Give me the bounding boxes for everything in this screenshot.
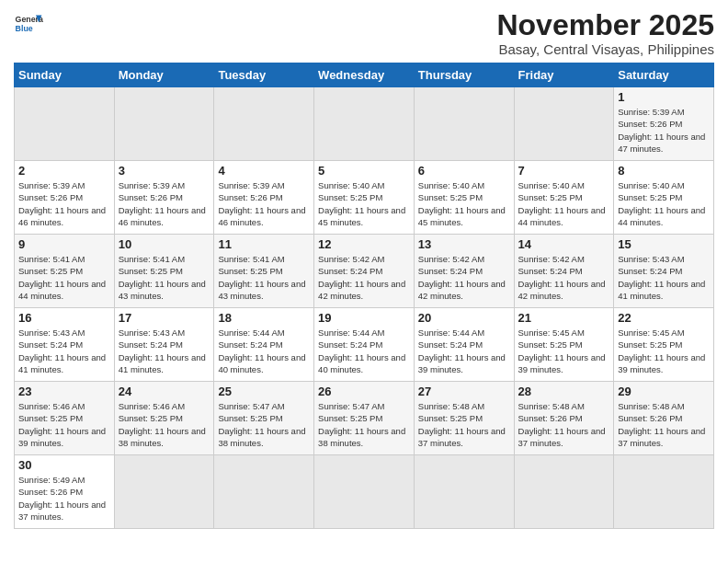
logo: General Blue <box>14 9 43 39</box>
cell-sun-info: Sunrise: 5:45 AMSunset: 5:25 PMDaylight:… <box>518 327 610 375</box>
day-number: 1 <box>618 90 710 104</box>
weekday-header-friday: Friday <box>514 63 614 87</box>
day-number: 18 <box>218 311 310 325</box>
calendar-cell: 13Sunrise: 5:42 AMSunset: 5:24 PMDayligh… <box>414 235 514 308</box>
calendar-cell <box>114 87 214 161</box>
calendar-cell <box>414 87 514 161</box>
calendar-cell: 8Sunrise: 5:40 AMSunset: 5:25 PMDaylight… <box>614 161 714 235</box>
day-number: 3 <box>119 164 210 178</box>
day-number: 12 <box>318 237 410 251</box>
day-number: 8 <box>618 164 710 178</box>
calendar-cell <box>414 455 514 529</box>
cell-sun-info: Sunrise: 5:42 AMSunset: 5:24 PMDaylight:… <box>418 253 510 302</box>
day-number: 15 <box>618 237 710 251</box>
cell-sun-info: Sunrise: 5:42 AMSunset: 5:24 PMDaylight:… <box>318 253 410 302</box>
calendar-week-row: 1Sunrise: 5:39 AMSunset: 5:26 PMDaylight… <box>15 87 714 161</box>
calendar-week-row: 2Sunrise: 5:39 AMSunset: 5:26 PMDaylight… <box>15 161 714 235</box>
cell-sun-info: Sunrise: 5:47 AMSunset: 5:25 PMDaylight:… <box>218 400 310 449</box>
weekday-header-wednesday: Wednesday <box>314 63 415 87</box>
calendar-cell <box>514 455 614 529</box>
weekday-header-monday: Monday <box>114 63 214 87</box>
cell-sun-info: Sunrise: 5:48 AMSunset: 5:26 PMDaylight:… <box>518 400 610 449</box>
weekday-header-row: SundayMondayTuesdayWednesdayThursdayFrid… <box>15 63 714 87</box>
day-number: 13 <box>418 237 510 251</box>
day-number: 24 <box>119 385 210 398</box>
cell-sun-info: Sunrise: 5:47 AMSunset: 5:25 PMDaylight:… <box>318 400 410 449</box>
cell-sun-info: Sunrise: 5:46 AMSunset: 5:25 PMDaylight:… <box>119 400 210 449</box>
day-number: 26 <box>318 385 410 398</box>
calendar-table: SundayMondayTuesdayWednesdayThursdayFrid… <box>14 63 714 529</box>
calendar-cell: 19Sunrise: 5:44 AMSunset: 5:24 PMDayligh… <box>314 308 415 382</box>
calendar-cell: 23Sunrise: 5:46 AMSunset: 5:25 PMDayligh… <box>15 382 115 455</box>
day-number: 27 <box>418 385 510 398</box>
page-header: General Blue November 2025 Basay, Centra… <box>14 9 714 57</box>
day-number: 2 <box>18 164 110 178</box>
svg-text:Blue: Blue <box>16 24 33 33</box>
day-number: 14 <box>518 237 610 251</box>
cell-sun-info: Sunrise: 5:44 AMSunset: 5:24 PMDaylight:… <box>418 327 510 375</box>
day-number: 25 <box>218 385 310 398</box>
calendar-cell: 18Sunrise: 5:44 AMSunset: 5:24 PMDayligh… <box>214 308 314 382</box>
calendar-cell: 4Sunrise: 5:39 AMSunset: 5:26 PMDaylight… <box>214 161 314 235</box>
cell-sun-info: Sunrise: 5:39 AMSunset: 5:26 PMDaylight:… <box>119 179 210 228</box>
calendar-cell <box>214 455 314 529</box>
day-number: 17 <box>119 311 210 325</box>
day-number: 5 <box>318 164 410 178</box>
calendar-cell <box>15 87 115 161</box>
calendar-cell: 26Sunrise: 5:47 AMSunset: 5:25 PMDayligh… <box>314 382 415 455</box>
cell-sun-info: Sunrise: 5:39 AMSunset: 5:26 PMDaylight:… <box>18 179 110 228</box>
day-number: 10 <box>119 237 210 251</box>
day-number: 20 <box>418 311 510 325</box>
calendar-cell <box>214 87 314 161</box>
cell-sun-info: Sunrise: 5:43 AMSunset: 5:24 PMDaylight:… <box>119 327 210 375</box>
calendar-cell: 28Sunrise: 5:48 AMSunset: 5:26 PMDayligh… <box>514 382 614 455</box>
calendar-cell <box>514 87 614 161</box>
calendar-week-row: 9Sunrise: 5:41 AMSunset: 5:25 PMDaylight… <box>15 235 714 308</box>
calendar-cell <box>114 455 214 529</box>
calendar-cell: 3Sunrise: 5:39 AMSunset: 5:26 PMDaylight… <box>114 161 214 235</box>
cell-sun-info: Sunrise: 5:40 AMSunset: 5:25 PMDaylight:… <box>318 179 410 228</box>
day-number: 28 <box>518 385 610 398</box>
day-number: 30 <box>18 458 110 472</box>
day-number: 9 <box>18 237 110 251</box>
weekday-header-tuesday: Tuesday <box>214 63 314 87</box>
cell-sun-info: Sunrise: 5:46 AMSunset: 5:25 PMDaylight:… <box>18 400 110 449</box>
calendar-cell: 27Sunrise: 5:48 AMSunset: 5:25 PMDayligh… <box>414 382 514 455</box>
calendar-cell: 20Sunrise: 5:44 AMSunset: 5:24 PMDayligh… <box>414 308 514 382</box>
weekday-header-thursday: Thursday <box>414 63 514 87</box>
logo-icon: General Blue <box>14 9 43 39</box>
day-number: 23 <box>18 385 110 398</box>
cell-sun-info: Sunrise: 5:40 AMSunset: 5:25 PMDaylight:… <box>418 179 510 228</box>
cell-sun-info: Sunrise: 5:40 AMSunset: 5:25 PMDaylight:… <box>518 179 610 228</box>
calendar-cell: 30Sunrise: 5:49 AMSunset: 5:26 PMDayligh… <box>15 455 115 529</box>
cell-sun-info: Sunrise: 5:44 AMSunset: 5:24 PMDaylight:… <box>318 327 410 375</box>
calendar-cell: 2Sunrise: 5:39 AMSunset: 5:26 PMDaylight… <box>15 161 115 235</box>
calendar-cell: 6Sunrise: 5:40 AMSunset: 5:25 PMDaylight… <box>414 161 514 235</box>
day-number: 4 <box>218 164 310 178</box>
cell-sun-info: Sunrise: 5:41 AMSunset: 5:25 PMDaylight:… <box>18 253 110 302</box>
calendar-cell: 10Sunrise: 5:41 AMSunset: 5:25 PMDayligh… <box>114 235 214 308</box>
day-number: 21 <box>518 311 610 325</box>
day-number: 22 <box>618 311 710 325</box>
weekday-header-saturday: Saturday <box>614 63 714 87</box>
cell-sun-info: Sunrise: 5:39 AMSunset: 5:26 PMDaylight:… <box>618 106 710 155</box>
day-number: 7 <box>518 164 610 178</box>
cell-sun-info: Sunrise: 5:43 AMSunset: 5:24 PMDaylight:… <box>618 253 710 302</box>
location-title: Basay, Central Visayas, Philippines <box>496 41 714 57</box>
day-number: 29 <box>618 385 710 398</box>
calendar-cell <box>314 87 415 161</box>
day-number: 19 <box>318 311 410 325</box>
calendar-cell: 9Sunrise: 5:41 AMSunset: 5:25 PMDaylight… <box>15 235 115 308</box>
calendar-cell <box>614 455 714 529</box>
calendar-cell: 29Sunrise: 5:48 AMSunset: 5:26 PMDayligh… <box>614 382 714 455</box>
calendar-cell: 5Sunrise: 5:40 AMSunset: 5:25 PMDaylight… <box>314 161 415 235</box>
cell-sun-info: Sunrise: 5:48 AMSunset: 5:26 PMDaylight:… <box>618 400 710 449</box>
calendar-cell: 15Sunrise: 5:43 AMSunset: 5:24 PMDayligh… <box>614 235 714 308</box>
cell-sun-info: Sunrise: 5:39 AMSunset: 5:26 PMDaylight:… <box>218 179 310 228</box>
cell-sun-info: Sunrise: 5:43 AMSunset: 5:24 PMDaylight:… <box>18 327 110 375</box>
calendar-cell: 25Sunrise: 5:47 AMSunset: 5:25 PMDayligh… <box>214 382 314 455</box>
calendar-cell: 12Sunrise: 5:42 AMSunset: 5:24 PMDayligh… <box>314 235 415 308</box>
cell-sun-info: Sunrise: 5:44 AMSunset: 5:24 PMDaylight:… <box>218 327 310 375</box>
cell-sun-info: Sunrise: 5:42 AMSunset: 5:24 PMDaylight:… <box>518 253 610 302</box>
calendar-cell: 7Sunrise: 5:40 AMSunset: 5:25 PMDaylight… <box>514 161 614 235</box>
